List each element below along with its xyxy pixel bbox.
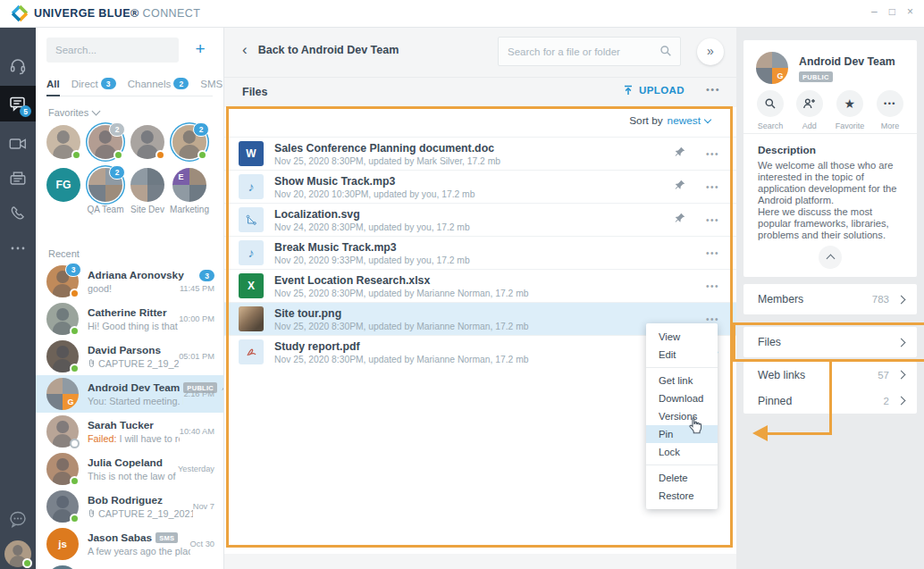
file-row[interactable]: ♪Show Music Track.mp3Nov 20, 2020 10:30P… bbox=[224, 170, 737, 203]
chat-icon[interactable]: 5 bbox=[0, 86, 36, 121]
pinned-row[interactable]: Pinned2 bbox=[743, 388, 917, 414]
file-row[interactable]: Localization.svgNov 24, 2020 8:30PM, upd… bbox=[224, 203, 737, 236]
feedback-icon[interactable] bbox=[0, 501, 36, 537]
menu-item-delete[interactable]: Delete bbox=[646, 469, 718, 487]
file-more-button[interactable]: ••• bbox=[706, 182, 719, 192]
file-row[interactable]: XEvent Location Research.xlsxNov 25, 202… bbox=[224, 269, 737, 302]
team-action-favorite[interactable]: ★Favorite bbox=[836, 90, 865, 130]
conversation-meta: Oct 30 bbox=[190, 540, 214, 548]
file-more-button[interactable]: ••• bbox=[706, 281, 719, 291]
avatar[interactable]: G bbox=[46, 378, 79, 410]
conversation-preview: You: Started meeting. Ph... bbox=[88, 396, 183, 406]
collapse-panel-button[interactable]: » bbox=[697, 38, 724, 65]
tab-direct[interactable]: Direct3 bbox=[71, 71, 116, 96]
video-icon[interactable] bbox=[0, 126, 36, 162]
row-count: 2 bbox=[884, 396, 889, 406]
avatar[interactable] bbox=[46, 490, 79, 523]
avatar[interactable]: 3 bbox=[46, 265, 79, 297]
new-chat-button[interactable]: + bbox=[189, 38, 211, 61]
conversation-item[interactable]: Sarah TuckerFailed: I will have to rese.… bbox=[36, 413, 223, 450]
team-action-more[interactable]: •••More bbox=[877, 90, 903, 130]
file-meta: Nov 25, 2020 8:30PM, updated by Marianne… bbox=[274, 289, 706, 298]
tab-label: SMS bbox=[200, 79, 223, 89]
file-row[interactable]: ♪Break Music Track.mp3Nov 20, 2020 9:33P… bbox=[224, 236, 737, 269]
avatar[interactable]: js bbox=[46, 528, 79, 560]
conversation-item[interactable]: David ParsonsCAPTURE 2_19_2021, ...05:01… bbox=[36, 338, 223, 375]
conversation-item[interactable]: 3Adriana Aronovskygood!311:45 PM bbox=[36, 263, 223, 300]
menu-item-versions[interactable]: Versions bbox=[646, 407, 718, 425]
tab-channels[interactable]: Channels2 bbox=[128, 71, 189, 96]
conversation-item[interactable]: jsJason SabasSMSA few years ago the plac… bbox=[36, 525, 223, 563]
avatar[interactable] bbox=[46, 125, 80, 159]
group-avatar-grid: G bbox=[46, 378, 79, 410]
pin-icon[interactable] bbox=[674, 146, 686, 162]
tab-all[interactable]: All bbox=[46, 71, 60, 96]
avatar[interactable] bbox=[46, 565, 79, 569]
avatar[interactable] bbox=[130, 125, 164, 159]
avatar[interactable]: 2 bbox=[172, 125, 206, 159]
file-search-input[interactable] bbox=[498, 37, 681, 66]
file-meta: Nov 20, 2020 9:33PM, updated by you, 17.… bbox=[274, 255, 706, 265]
avatar[interactable] bbox=[46, 340, 79, 372]
team-action-search[interactable]: Search bbox=[757, 90, 784, 130]
menu-item-lock[interactable]: Lock bbox=[646, 443, 718, 461]
phone-icon[interactable] bbox=[0, 196, 36, 231]
tab-sms[interactable]: SMS bbox=[200, 71, 223, 96]
file-more-button[interactable]: ••• bbox=[706, 215, 719, 225]
conversation-panel: + AllDirect3Channels2SMS Favorites 22 FG… bbox=[36, 27, 223, 569]
collapse-description-button[interactable] bbox=[819, 246, 842, 269]
file-more-button[interactable]: ••• bbox=[706, 149, 719, 159]
maximize-button[interactable]: □ bbox=[889, 5, 895, 18]
back-button[interactable]: ‹ Back to Android Dev Team bbox=[242, 44, 399, 56]
more-icon: ••• bbox=[877, 90, 903, 117]
sort-control[interactable]: Sort by newest bbox=[629, 114, 710, 127]
avatar[interactable] bbox=[46, 415, 79, 448]
avatar[interactable]: 2 bbox=[88, 168, 122, 202]
fax-icon[interactable] bbox=[0, 161, 36, 197]
file-row[interactable]: WSales Conference Planning document.docN… bbox=[224, 137, 737, 170]
avatar[interactable]: FG bbox=[46, 168, 80, 202]
file-text: Localization.svgNov 24, 2020 8:30PM, upd… bbox=[274, 208, 674, 232]
avatar[interactable]: E bbox=[172, 168, 206, 202]
menu-item-download[interactable]: Download bbox=[646, 389, 718, 407]
web-links-row[interactable]: Web links57 bbox=[743, 362, 917, 388]
menu-item-pin[interactable]: Pin bbox=[646, 425, 718, 443]
avatar[interactable] bbox=[130, 168, 164, 202]
menu-item-view[interactable]: View bbox=[646, 328, 718, 346]
close-button[interactable]: × bbox=[907, 5, 913, 18]
conversation-item[interactable]: Bob RodriguezCAPTURE 2_19_2021, ...Nov 7 bbox=[36, 488, 223, 525]
avatar[interactable]: 2 bbox=[88, 125, 122, 159]
team-action-add[interactable]: Add bbox=[796, 90, 823, 130]
avatar[interactable] bbox=[46, 303, 79, 335]
file-text: Study report.pdfNov 25, 2020 8:30PM, upd… bbox=[274, 340, 706, 364]
headset-icon[interactable] bbox=[0, 48, 36, 84]
group-avatar-grid: E bbox=[172, 168, 206, 202]
row-label: Members bbox=[758, 293, 872, 305]
file-more-button[interactable]: ••• bbox=[706, 248, 719, 258]
more-icon[interactable] bbox=[0, 230, 36, 266]
files-more-button[interactable]: ••• bbox=[706, 84, 720, 95]
unread-badge: 2 bbox=[109, 165, 125, 180]
conversation-item[interactable]: Seraphic OmaniHey Amanda, did you ge...O… bbox=[36, 563, 223, 569]
files-row[interactable]: Files bbox=[743, 327, 917, 357]
favorites-header[interactable]: Favorites bbox=[48, 107, 99, 118]
profile-avatar[interactable] bbox=[0, 536, 36, 569]
minimize-button[interactable]: – bbox=[871, 5, 878, 18]
conversation-item[interactable]: Julia CopelandThis is not the law of equ… bbox=[36, 450, 223, 488]
menu-item-get-link[interactable]: Get link bbox=[646, 372, 718, 389]
upload-button[interactable]: UPLOAD bbox=[623, 85, 685, 96]
chat-search-input[interactable] bbox=[46, 38, 179, 63]
members-row[interactable]: Members783 bbox=[743, 284, 917, 314]
team-action-label: Favorite bbox=[836, 121, 865, 130]
file-more-button[interactable]: ••• bbox=[706, 314, 719, 324]
description-title: Description bbox=[758, 144, 816, 156]
row-label: Pinned bbox=[758, 395, 884, 407]
pin-icon[interactable] bbox=[674, 212, 686, 228]
conversation-item[interactable]: GAndroid Dev TeamPUBLICYou: Started meet… bbox=[36, 375, 223, 413]
file-actions: ••• bbox=[674, 146, 719, 162]
menu-item-restore[interactable]: Restore bbox=[646, 487, 718, 505]
pin-icon[interactable] bbox=[674, 179, 686, 195]
avatar[interactable] bbox=[46, 453, 79, 485]
conversation-item[interactable]: Catherine RitterHi! Good thing is that t… bbox=[36, 300, 223, 338]
menu-item-edit[interactable]: Edit bbox=[646, 346, 718, 364]
